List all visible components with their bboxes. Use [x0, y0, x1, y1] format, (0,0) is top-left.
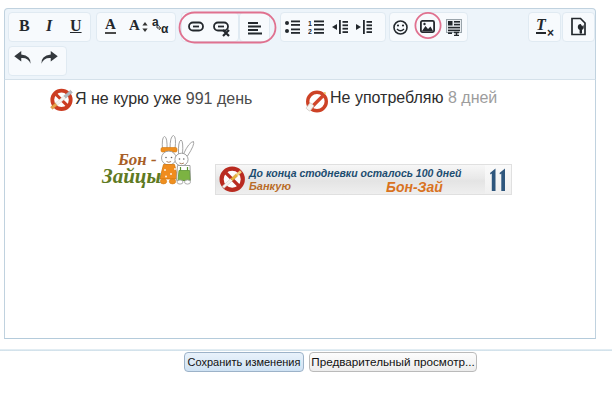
svg-text:Зайцы: Зайцы: [101, 164, 161, 188]
svg-text:2: 2: [308, 28, 312, 34]
svg-text:1: 1: [308, 20, 312, 27]
